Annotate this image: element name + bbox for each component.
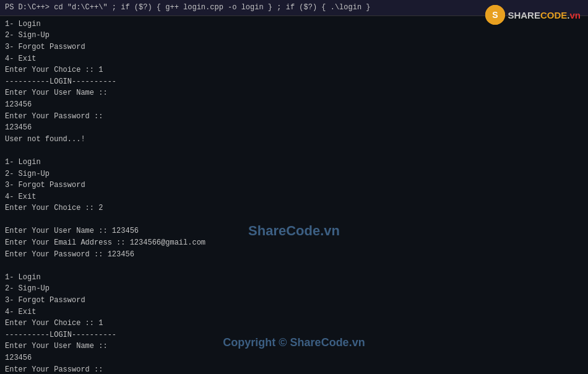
- command-text: PS D:\C++> cd "d:\C++\" ; if ($?) { g++ …: [5, 3, 371, 12]
- logo-code: CODE: [540, 10, 567, 20]
- logo-vn: vn: [569, 10, 581, 20]
- logo-icon: S: [485, 5, 505, 25]
- logo-share: SHARE: [508, 10, 540, 20]
- logo: S SHARECODE.vn: [485, 5, 581, 25]
- logo-text: SHARECODE.vn: [508, 10, 581, 20]
- svg-text:S: S: [493, 10, 498, 20]
- terminal-content: 1- Login 2- Sign-Up 3- Forgot Password 4…: [0, 16, 588, 374]
